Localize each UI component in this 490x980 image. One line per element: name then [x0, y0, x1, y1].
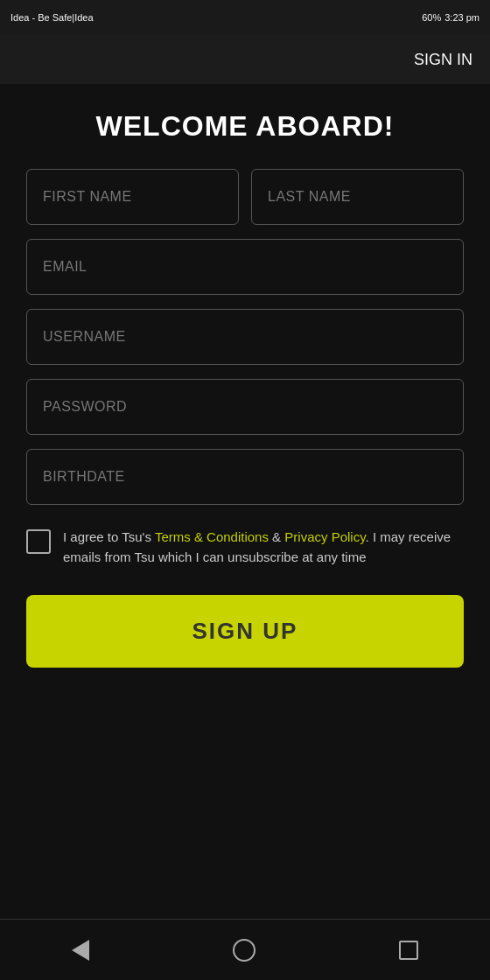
- sign-in-link[interactable]: SIGN IN: [414, 51, 472, 69]
- top-nav: SIGN IN: [0, 35, 490, 84]
- recents-button[interactable]: [399, 941, 418, 960]
- terms-text: I agree to Tsu's Terms & Conditions & Pr…: [63, 528, 464, 567]
- bottom-nav-bar: [0, 919, 490, 980]
- status-right: 60% 3:23 pm: [422, 12, 480, 23]
- home-button[interactable]: [233, 939, 256, 962]
- back-button[interactable]: [72, 940, 89, 961]
- last-name-input[interactable]: [251, 169, 464, 225]
- privacy-policy-link[interactable]: Privacy Policy: [284, 529, 365, 544]
- birthdate-input[interactable]: [26, 449, 464, 505]
- carrier-name: Idea - Be Safe|Idea: [10, 12, 94, 23]
- first-name-input[interactable]: [26, 169, 239, 225]
- terms-container: I agree to Tsu's Terms & Conditions & Pr…: [26, 519, 464, 572]
- name-row: [26, 169, 464, 225]
- main-content: WELCOME ABOARD! I agree to Tsu's Terms &…: [0, 84, 490, 919]
- terms-agree-text: I agree to Tsu's: [63, 529, 155, 544]
- terms-checkbox[interactable]: [26, 529, 51, 554]
- signup-form: I agree to Tsu's Terms & Conditions & Pr…: [26, 169, 464, 668]
- time-display: 3:23 pm: [444, 12, 480, 23]
- email-input[interactable]: [26, 239, 464, 295]
- password-input[interactable]: [26, 379, 464, 435]
- status-left: Idea - Be Safe|Idea: [10, 12, 94, 23]
- username-input[interactable]: [26, 309, 464, 365]
- status-bar: Idea - Be Safe|Idea 60% 3:23 pm: [0, 0, 490, 35]
- sign-up-button[interactable]: SIGN UP: [26, 595, 464, 668]
- terms-ampersand: &: [269, 529, 284, 544]
- page-title: WELCOME ABOARD!: [96, 110, 395, 143]
- battery-level: 60%: [422, 12, 441, 23]
- terms-conditions-link[interactable]: Terms & Conditions: [155, 529, 269, 544]
